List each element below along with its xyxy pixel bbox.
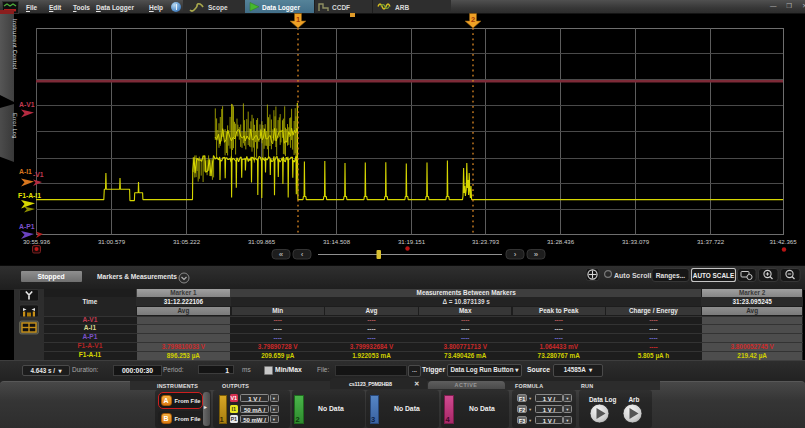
svg-text:31:23.793: 31:23.793 — [472, 238, 500, 245]
svg-text:-V1: -V1 — [33, 171, 44, 178]
svg-text:AUTO SCALE: AUTO SCALE — [693, 271, 735, 278]
svg-text:31:42.365: 31:42.365 — [769, 238, 797, 245]
svg-text:31:09.865: 31:09.865 — [248, 238, 276, 245]
svg-text:31:28.436: 31:28.436 — [547, 238, 575, 245]
svg-text:›: › — [514, 250, 517, 259]
svg-text:‹: ‹ — [301, 250, 304, 259]
svg-text:31:14.508: 31:14.508 — [323, 238, 351, 245]
svg-text:2: 2 — [471, 15, 475, 24]
svg-text:A-I1: A-I1 — [19, 168, 32, 175]
svg-text:F1-A-I1: F1-A-I1 — [18, 192, 41, 199]
svg-text:1: 1 — [296, 15, 300, 24]
svg-text:31:00.579: 31:00.579 — [98, 238, 126, 245]
svg-text:Auto Scroll: Auto Scroll — [614, 271, 651, 278]
svg-text:31:05.222: 31:05.222 — [173, 238, 201, 245]
svg-text:»: » — [534, 250, 539, 259]
svg-text:30:55.936: 30:55.936 — [23, 238, 51, 245]
svg-text:A-V1: A-V1 — [19, 101, 35, 108]
svg-text:A-P1: A-P1 — [19, 223, 35, 230]
svg-text:31:37.722: 31:37.722 — [697, 238, 725, 245]
svg-text:Ranges...: Ranges... — [656, 271, 685, 279]
svg-text:31:33.079: 31:33.079 — [622, 238, 650, 245]
svg-text:«: « — [279, 250, 284, 259]
svg-text:31:19.151: 31:19.151 — [398, 238, 426, 245]
